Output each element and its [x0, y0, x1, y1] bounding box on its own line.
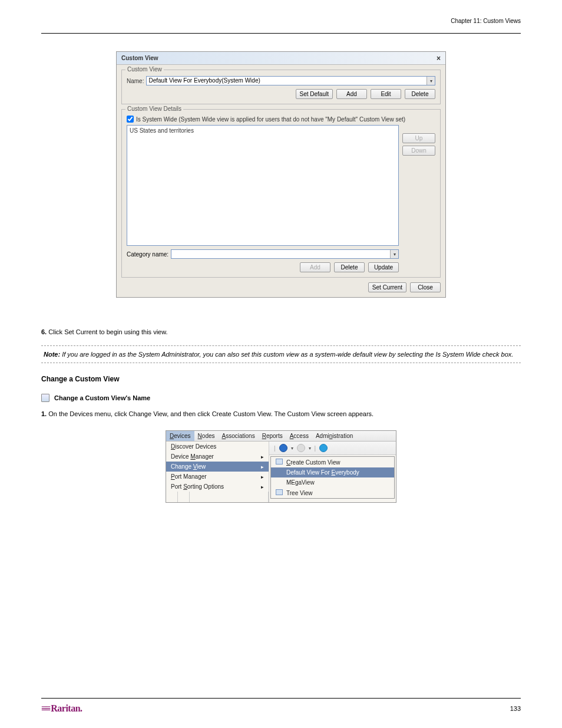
add-category-button[interactable]: Add	[300, 262, 330, 272]
step-1: 1. On the Devices menu, click Change Vie…	[41, 409, 521, 419]
menu-devices[interactable]: Devices	[166, 431, 194, 441]
dialog-titlebar: Custom View ×	[117, 52, 445, 65]
name-combo[interactable]: Default View For Everybody(System Wide) …	[146, 76, 435, 85]
raritan-logo: ≡≡Raritan.	[41, 703, 82, 714]
toolbar: | ▾ ▾ |	[269, 442, 396, 455]
tree-icon	[276, 489, 283, 495]
submenu-default-view[interactable]: Default View For Everybody	[271, 467, 394, 477]
delete-view-button[interactable]: Delete	[405, 89, 435, 99]
submenu-create-custom-view[interactable]: Create Custom View	[271, 457, 394, 467]
close-button[interactable]: Close	[410, 282, 441, 292]
add-view-button[interactable]: Add	[336, 89, 367, 99]
custom-view-fieldset: Custom View Name: Default View For Every…	[121, 70, 441, 104]
header-rule	[41, 33, 521, 34]
close-icon[interactable]: ×	[437, 54, 441, 62]
header-chapter: Chapter 11: Custom Views	[41, 18, 521, 24]
submenu-tree-view[interactable]: Tree View	[271, 487, 394, 498]
chevron-down-icon[interactable]: ▾	[309, 446, 311, 451]
heading-change-custom-view: Change a Custom View	[41, 375, 521, 383]
set-default-button[interactable]: Set Default	[296, 89, 333, 99]
back-icon[interactable]	[279, 444, 287, 452]
chevron-down-icon[interactable]: ▾	[291, 446, 293, 451]
note-box: Note: If you are logged in as the System…	[41, 345, 521, 363]
heading-change-name: Change a Custom View's Name	[54, 394, 150, 401]
chevron-down-icon[interactable]: ▾	[427, 77, 435, 85]
set-current-button[interactable]: Set Current	[368, 282, 406, 292]
menu-item-device-manager[interactable]: Device Manager▸	[166, 452, 269, 462]
custom-view-dialog: Custom View × Custom View Name: Default …	[116, 51, 446, 298]
menu-item-port-manager[interactable]: Port Manager▸	[166, 472, 269, 482]
edit-view-button[interactable]: Edit	[371, 89, 401, 99]
name-label: Name:	[127, 78, 144, 84]
bullet-icon	[41, 394, 49, 402]
change-view-submenu: Create Custom View Default View For Ever…	[270, 456, 395, 499]
list-item[interactable]: US States and territories	[128, 127, 397, 134]
delete-category-button[interactable]: Delete	[334, 262, 365, 272]
chevron-down-icon[interactable]: ▾	[390, 250, 398, 258]
details-legend: Custom View Details	[125, 106, 183, 112]
grid-placeholder	[166, 492, 269, 502]
down-button[interactable]: Down	[402, 146, 435, 156]
page-number: 133	[510, 705, 521, 712]
menu-associations[interactable]: Associations	[219, 431, 259, 441]
help-icon[interactable]	[319, 444, 328, 452]
category-name-label: Category name:	[127, 251, 168, 258]
name-combo-value: Default View For Everybody(System Wide)	[148, 77, 260, 84]
menu-nodes[interactable]: Nodes	[194, 431, 219, 441]
system-wide-checkbox[interactable]	[127, 116, 134, 123]
menu-item-discover-devices[interactable]: Discover Devices	[166, 442, 269, 452]
menu-access[interactable]: Access	[286, 431, 312, 441]
menu-item-port-sorting[interactable]: Port Sorting Options▸	[166, 482, 269, 492]
page-footer: ≡≡Raritan. 133	[41, 698, 521, 714]
step-6: 6. Click Set Current to begin using this…	[41, 327, 521, 337]
submenu-megaview[interactable]: MEgaView	[271, 477, 394, 487]
menu-screenshot: Devices Nodes Associations Reports Acces…	[166, 430, 396, 503]
menubar: Devices Nodes Associations Reports Acces…	[166, 431, 396, 442]
menu-administration[interactable]: Administration	[312, 431, 356, 441]
menu-reports[interactable]: Reports	[259, 431, 286, 441]
system-wide-label: Is System Wide (System Wide view is appl…	[136, 116, 405, 123]
custom-view-legend: Custom View	[125, 66, 164, 73]
category-name-combo[interactable]: ▾	[171, 249, 399, 259]
category-listbox[interactable]: US States and territories	[127, 125, 399, 246]
custom-view-details-fieldset: Custom View Details Is System Wide (Syst…	[121, 109, 441, 278]
up-button[interactable]: Up	[402, 133, 435, 143]
update-button[interactable]: Update	[368, 262, 399, 272]
window-icon	[276, 459, 283, 465]
forward-icon[interactable]	[297, 444, 305, 452]
devices-menu: Discover Devices Device Manager▸ Change …	[166, 442, 269, 502]
menu-item-change-view[interactable]: Change View▸	[166, 462, 269, 472]
dialog-title-text: Custom View	[121, 55, 158, 61]
